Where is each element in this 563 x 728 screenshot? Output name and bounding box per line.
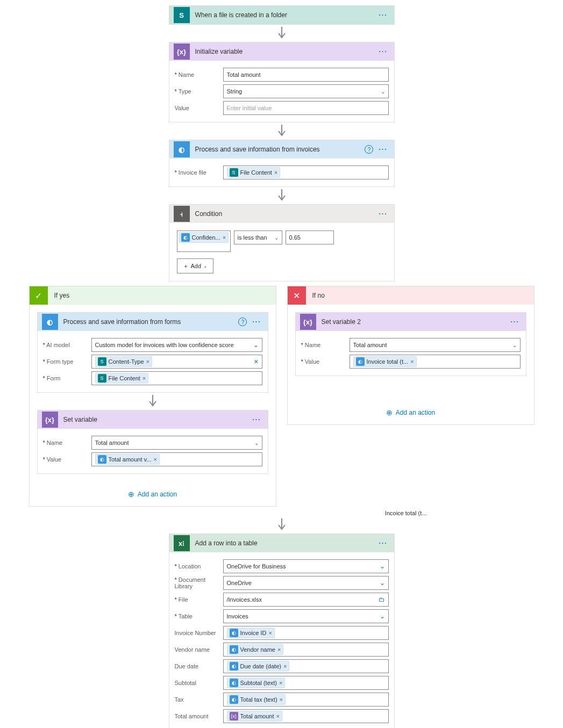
if-no-branch: ✕ If no {x} Set variable 2 ··· * Name To… [287,286,535,425]
remove-token-icon[interactable]: × [146,358,149,365]
help-icon[interactable]: ? [365,145,373,154]
due-date-token[interactable]: ◐Due date (date)× [227,661,290,672]
add-action-button[interactable]: ⊕Add an action [128,490,177,499]
file-picker[interactable]: /Invoices.xlsx🗀 [223,593,389,607]
field-label: Tax [175,696,223,703]
remove-token-icon[interactable]: × [280,696,283,703]
chevron-down-icon: ⌄ [380,612,385,620]
remove-token-icon[interactable]: × [279,680,282,686]
more-icon[interactable]: ··· [376,539,389,547]
more-icon[interactable]: ··· [376,11,389,19]
initialize-variable-card[interactable]: {x} Initialize variable ··· * Name Total… [169,42,395,122]
form-input[interactable]: SFile Content× [91,371,262,385]
if-yes-branch: ✓ If yes ◐ Process and save information … [29,286,276,507]
remove-token-icon[interactable]: × [274,169,277,176]
var-name-select[interactable]: Total amount⌄ [91,436,262,450]
arrow-down-icon [276,26,287,41]
var-value-input[interactable]: ◐Total amount v...× [91,452,262,466]
excel-icon: x⁝ [174,535,190,551]
total-amount-input[interactable]: {x}Total amount× [223,709,389,723]
name-input[interactable]: Total amount [223,68,389,82]
total-amount-var-token[interactable]: {x}Total amount× [227,711,282,722]
help-icon[interactable]: ? [238,318,247,326]
confidence-token[interactable]: ◐Confiden...× [179,232,229,243]
condition-left-input[interactable]: ◐Confiden...× [177,230,231,252]
process-invoices-card[interactable]: ◐ Process and save information from invo… [169,140,395,187]
process-forms-card[interactable]: ◐ Process and save information from form… [37,312,268,393]
add-row-card[interactable]: x⁝ Add a row into a table ··· * Location… [169,534,395,728]
more-icon[interactable]: ··· [376,210,389,218]
value-input[interactable]: Enter initial value [223,101,389,115]
remove-token-icon[interactable]: × [276,713,279,719]
chevron-down-icon: ⌄ [381,89,385,95]
set-variable-card[interactable]: {x} Set variable ··· * Name Total amount… [37,410,268,474]
clear-icon[interactable]: × [254,357,258,366]
field-label: * Value [301,358,350,365]
file-content-token[interactable]: SFile Content× [95,373,149,384]
condition-value-input[interactable]: 0.65 [286,230,334,244]
subtotal-input[interactable]: ◐Subtotal (text)× [223,676,389,690]
arrow-down-icon [147,394,158,409]
condition-card[interactable]: ⫞ Condition ··· ◐Confiden...× is less th… [169,204,395,282]
variable-icon: {x} [174,44,190,60]
arrow-down-icon [276,188,287,203]
chevron-down-icon: ⌄ [253,341,259,349]
subtotal-token[interactable]: ◐Subtotal (text)× [227,677,286,688]
more-icon[interactable]: ··· [376,48,389,55]
invoice-total-token[interactable]: ◐Invoice total (t...× [353,356,417,367]
remove-token-icon[interactable]: × [268,630,272,636]
vendor-name-input[interactable]: ◐Vendor name× [223,643,389,657]
chevron-down-icon: ⌄ [254,440,259,446]
trigger-title: When a file is created in a folder [190,11,377,19]
more-icon[interactable]: ··· [250,416,263,423]
add-condition-button[interactable]: ＋ Add ⌄ [177,258,214,273]
chevron-down-icon: ⌄ [380,563,385,570]
if-no-header[interactable]: ✕ If no [288,286,534,305]
var-name-select[interactable]: Total amount⌄ [350,338,521,352]
field-label: Value [175,105,223,111]
chevron-down-icon: ⌄ [512,342,517,348]
doclib-select[interactable]: OneDrive⌄ [223,576,389,590]
remove-token-icon[interactable]: × [223,234,226,241]
file-content-token[interactable]: SFile Content× [227,167,281,178]
var-value-input[interactable]: ◐Invoice total (t...× [350,355,521,369]
ai-model-select[interactable]: Custom model for invoices with low confi… [91,338,262,352]
chevron-down-icon: ⌄ [274,235,279,241]
if-yes-header[interactable]: ✓ If yes [30,286,276,305]
invoice-id-token[interactable]: ◐Invoice ID× [227,628,275,638]
field-label: Subtotal [175,680,223,686]
field-label: * Name [301,342,350,348]
tax-token[interactable]: ◐Total tax (text)× [227,694,286,705]
type-select[interactable]: String⌄ [223,84,389,98]
form-type-input[interactable]: SContent-Type× × [91,355,262,369]
content-type-token[interactable]: SContent-Type× [95,356,152,367]
trigger-card[interactable]: S When a file is created in a folder ··· [169,5,395,25]
vendor-name-token[interactable]: ◐Vendor name× [227,644,284,655]
total-amount-token[interactable]: ◐Total amount v...× [95,454,160,465]
folder-icon[interactable]: 🗀 [379,596,385,603]
condition-title: Condition [190,210,377,218]
invoice-number-input[interactable]: ◐Invoice ID× [223,626,389,640]
remove-token-icon[interactable]: × [283,663,287,669]
field-label: * Invoice file [175,169,223,176]
more-icon[interactable]: ··· [376,146,389,153]
remove-token-icon[interactable]: × [410,358,414,365]
table-select[interactable]: Invoices⌄ [223,609,389,623]
invoice-file-input[interactable]: SFile Content× [223,165,389,179]
more-icon[interactable]: ··· [508,318,521,326]
tax-input[interactable]: ◐Total tax (text)× [223,693,389,707]
add-action-button[interactable]: ⊕Add an action [386,408,435,417]
condition-operator-select[interactable]: is less than⌄ [234,230,282,244]
field-label: * Name [175,71,223,78]
add-action-icon: ⊕ [386,408,393,417]
process-invoices-title: Process and save information from invoic… [190,146,365,153]
remove-token-icon[interactable]: × [277,646,281,653]
remove-token-icon[interactable]: × [153,456,156,463]
remove-token-icon[interactable]: × [142,375,146,381]
field-label: * Form type [43,358,91,365]
more-icon[interactable]: ··· [250,318,263,326]
add-action-icon: ⊕ [128,490,134,499]
due-date-input[interactable]: ◐Due date (date)× [223,659,389,673]
set-variable-2-card[interactable]: {x} Set variable 2 ··· * Name Total amou… [295,312,526,376]
location-select[interactable]: OneDrive for Business⌄ [223,559,389,573]
